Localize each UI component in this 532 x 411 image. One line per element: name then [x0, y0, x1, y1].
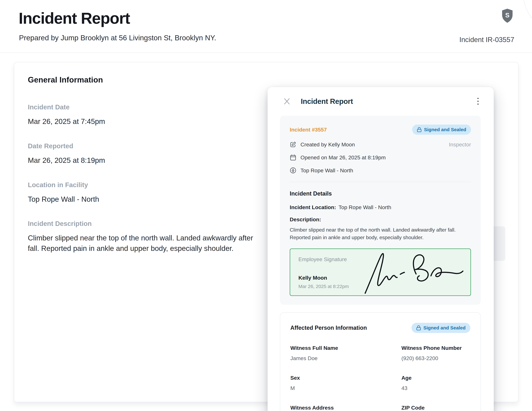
- signed-sealed-badge: Signed and Sealed: [411, 323, 470, 333]
- incident-details-title: Incident Details: [290, 190, 471, 197]
- modal-title: Incident Report: [301, 97, 353, 106]
- lock-icon: [416, 325, 421, 331]
- field-label: Age: [401, 375, 470, 381]
- field-incident-description: Incident Description Climber slipped nea…: [28, 220, 262, 254]
- calendar-icon: [290, 154, 296, 161]
- field-value: Mar 26, 2025 at 8:19pm: [28, 155, 262, 166]
- affected-person-grid: Witness Full Name James Doe Witness Phon…: [290, 345, 470, 411]
- field-location-in-facility: Location in Facility Top Rope Wall - Nor…: [28, 181, 262, 205]
- affected-person-title: Affected Person Information: [290, 325, 367, 331]
- signature-image: [361, 250, 465, 296]
- affected-person-card: Affected Person Information Signed and S…: [280, 312, 481, 411]
- badge-label: Signed and Sealed: [424, 127, 466, 132]
- witness-address-cell: Witness Address: [290, 405, 395, 411]
- signature-name: Kelly Moon: [298, 275, 327, 281]
- incident-report-modal: Incident Report Incident #3557 Signed an…: [267, 87, 494, 411]
- field-label: Date Reported: [28, 142, 262, 150]
- description-text: Climber slipped near the top of the nort…: [290, 226, 471, 241]
- field-value: 43: [401, 385, 470, 391]
- page-header: Incident Report Prepared by Jump Brookly…: [0, 0, 532, 53]
- field-label: Incident Date: [28, 103, 262, 111]
- svg-text:S: S: [505, 12, 510, 19]
- section-title: General Information: [28, 75, 504, 84]
- field-value: James Doe: [290, 355, 395, 362]
- badge-label: Signed and Sealed: [423, 325, 466, 331]
- incident-location-label: Incident Location:: [290, 204, 336, 210]
- opened-on-row: Opened on Mar 26, 2025 at 8:19pm: [290, 154, 471, 161]
- shield-logo-icon: S: [501, 8, 513, 23]
- field-label: Incident Description: [28, 220, 262, 227]
- description-label: Description:: [290, 216, 471, 223]
- page-title: Incident Report: [19, 9, 130, 27]
- witness-name-cell: Witness Full Name James Doe: [290, 345, 395, 362]
- field-incident-date: Incident Date Mar 26, 2025 at 7:45pm: [28, 103, 262, 127]
- location-icon: [290, 167, 296, 174]
- employee-signature-box: Employee Signature Kelly Moon Mar 26, 20…: [290, 249, 471, 296]
- field-value: M: [290, 385, 395, 391]
- signed-sealed-badge: Signed and Sealed: [412, 125, 471, 135]
- field-label: Location in Facility: [28, 181, 262, 189]
- incident-location-line: Incident Location:Top Rope Wall - North: [290, 204, 471, 210]
- created-by-text: Created by Kelly Moon: [301, 141, 355, 148]
- age-cell: Age 43: [401, 375, 470, 391]
- page-subtitle: Prepared by Jump Brooklyn at 56 Livingst…: [19, 34, 216, 42]
- incident-summary-card: Incident #3557 Signed and Sealed Created…: [280, 116, 481, 305]
- signature-timestamp: Mar 26, 2025 at 8:22pm: [298, 284, 349, 289]
- created-by-row: Created by Kelly Moon Inspector: [290, 141, 471, 148]
- field-label: ZIP Code: [401, 405, 470, 411]
- field-date-reported: Date Reported Mar 26, 2025 at 8:19pm: [28, 142, 262, 166]
- header-divider: [0, 53, 532, 53]
- witness-phone-cell: Witness Phone Number (920) 663-2200: [401, 345, 470, 362]
- header-right: S Incident IR-03557: [459, 8, 514, 44]
- field-value: (920) 663-2200: [401, 355, 470, 362]
- opened-on-text: Opened on Mar 26, 2025 at 8:19pm: [301, 154, 386, 161]
- location-text: Top Rope Wall - North: [301, 168, 353, 174]
- field-value: Mar 26, 2025 at 7:45pm: [28, 116, 262, 127]
- location-row: Top Rope Wall - North: [290, 167, 471, 174]
- field-value: Top Rope Wall - North: [28, 194, 262, 205]
- kebab-menu-icon[interactable]: [476, 97, 479, 106]
- field-label: Witness Full Name: [290, 345, 395, 351]
- field-label: Sex: [290, 375, 395, 381]
- incident-location-value: Top Rope Wall - North: [339, 204, 391, 210]
- lock-icon: [417, 127, 422, 132]
- zip-code-cell: ZIP Code: [401, 405, 470, 411]
- close-icon[interactable]: [283, 98, 291, 105]
- sex-cell: Sex M: [290, 375, 395, 391]
- modal-header: Incident Report: [283, 97, 479, 106]
- decorative-corner-arc: [523, 0, 532, 34]
- field-value: Climber slipped near the top of the nort…: [28, 233, 262, 254]
- field-label: Witness Phone Number: [401, 345, 470, 351]
- divider: [290, 182, 471, 182]
- edit-pencil-icon: [290, 141, 296, 148]
- field-label: Witness Address: [290, 405, 395, 411]
- incident-ref: Incident IR-03557: [459, 36, 514, 44]
- creator-role: Inspector: [449, 141, 471, 148]
- incident-number: Incident #3557: [290, 127, 327, 133]
